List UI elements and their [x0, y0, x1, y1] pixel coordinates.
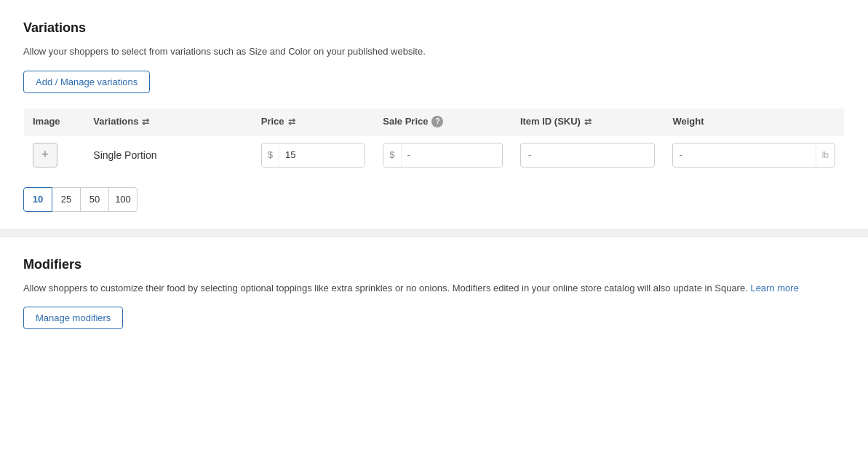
add-image-button[interactable]: +	[33, 143, 57, 168]
row-sale-price-cell: $	[374, 135, 511, 175]
modifiers-description: Allow shoppers to customize their food b…	[23, 281, 845, 296]
table-header: Image Variations ⇄ Price ⇄	[24, 108, 845, 135]
price-input[interactable]	[279, 143, 365, 167]
col-header-image: Image	[24, 108, 85, 135]
page-btn-25[interactable]: 25	[52, 187, 81, 212]
modifiers-section: Modifiers Allow shoppers to customize th…	[0, 237, 868, 362]
col-header-sku: Item ID (SKU) ⇄	[511, 108, 664, 135]
section-divider	[0, 229, 868, 237]
add-manage-variations-button[interactable]: Add / Manage variations	[23, 71, 150, 93]
variation-name: Single Portion	[93, 149, 156, 161]
col-header-price: Price ⇄	[252, 108, 375, 135]
row-sku-cell	[511, 135, 664, 175]
row-variation-name-cell: Single Portion	[84, 135, 252, 175]
table-body: + Single Portion $ $	[24, 135, 845, 175]
sku-sort-icon[interactable]: ⇄	[584, 117, 592, 127]
sku-input[interactable]	[520, 143, 656, 168]
col-header-variations: Variations ⇄	[84, 108, 252, 135]
price-prefix: $	[262, 143, 279, 167]
price-sort-icon[interactable]: ⇄	[288, 117, 295, 127]
row-price-cell: $	[252, 135, 375, 175]
col-header-sale-price: Sale Price ?	[374, 108, 511, 135]
variations-description: Allow your shoppers to select from varia…	[23, 44, 845, 59]
page-btn-10[interactable]: 10	[23, 187, 52, 212]
price-input-wrapper: $	[261, 143, 366, 168]
sale-price-input-wrapper: $	[383, 143, 503, 168]
variations-table: Image Variations ⇄ Price ⇄	[23, 108, 845, 176]
row-image-cell: +	[24, 135, 85, 175]
variations-section: Variations Allow your shoppers to select…	[0, 0, 868, 229]
weight-unit: lb	[816, 143, 835, 167]
sale-price-prefix: $	[383, 143, 401, 167]
weight-input[interactable]	[673, 149, 815, 160]
modifiers-title: Modifiers	[23, 257, 845, 272]
variations-sort-icon[interactable]: ⇄	[142, 117, 149, 127]
page-btn-100[interactable]: 100	[108, 187, 138, 212]
manage-modifiers-button[interactable]: Manage modifiers	[23, 307, 123, 329]
weight-input-wrapper: lb	[672, 143, 835, 168]
table-row: + Single Portion $ $	[24, 135, 845, 175]
sale-price-help-icon[interactable]: ?	[431, 116, 443, 127]
row-weight-cell: lb	[664, 135, 844, 175]
sale-price-input[interactable]	[402, 143, 502, 167]
page-btn-50[interactable]: 50	[80, 187, 109, 212]
learn-more-link[interactable]: Learn more	[750, 283, 798, 294]
pagination: 10 25 50 100	[23, 187, 845, 212]
variations-title: Variations	[23, 20, 845, 36]
col-header-weight: Weight	[664, 108, 844, 135]
